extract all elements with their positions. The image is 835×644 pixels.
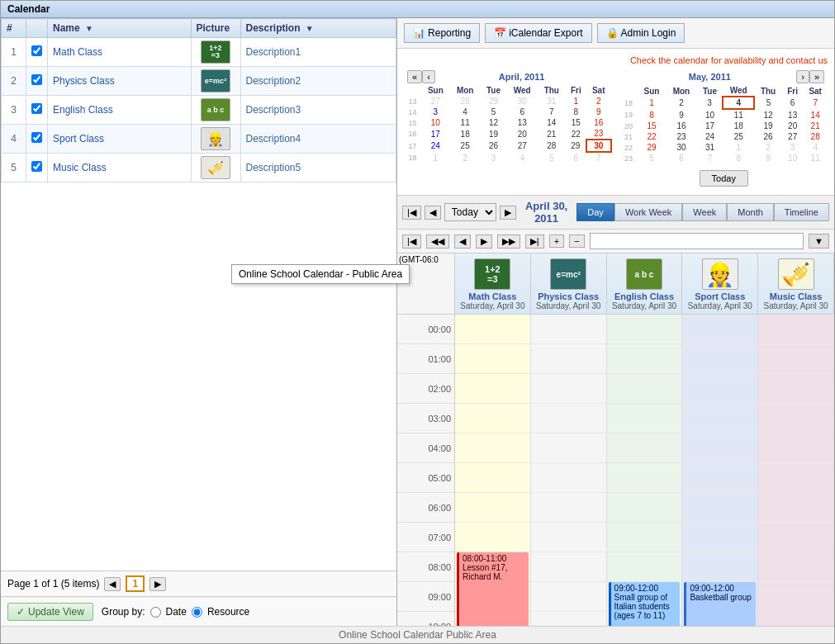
calendar-day[interactable]: 12	[481, 117, 507, 128]
calendar-day[interactable]: 28	[538, 140, 566, 152]
view-tab-work-week[interactable]: Work Week	[614, 203, 682, 221]
data-slot[interactable]	[758, 493, 833, 523]
calendar-day[interactable]: 3	[782, 142, 803, 153]
data-slot[interactable]	[758, 552, 833, 582]
calendar-day[interactable]: 31	[697, 142, 724, 153]
calendar-day[interactable]: 3	[697, 97, 724, 109]
calendar-day[interactable]: 18	[450, 128, 481, 140]
calendar-day[interactable]: 23	[586, 128, 611, 140]
data-slot[interactable]	[531, 315, 606, 344]
calendar-day[interactable]: 7	[697, 153, 724, 163]
data-slot[interactable]	[758, 612, 833, 626]
data-slot[interactable]	[455, 404, 530, 433]
data-slot[interactable]	[607, 463, 682, 493]
data-slot[interactable]	[531, 552, 606, 582]
calendar-day[interactable]: 7	[586, 152, 611, 163]
calendar-day[interactable]: 9	[754, 153, 782, 163]
calendar-day[interactable]: 16	[586, 117, 611, 128]
calendar-day[interactable]: 1	[638, 97, 667, 109]
row-checkbox[interactable]	[31, 161, 42, 172]
view-tab-timeline[interactable]: Timeline	[774, 203, 829, 221]
data-slot[interactable]	[531, 612, 606, 626]
calendar-day[interactable]: 15	[638, 121, 667, 131]
calendar-day[interactable]: 28	[803, 131, 828, 142]
prev-month-button[interactable]: ‹	[422, 70, 435, 83]
data-slot[interactable]	[531, 404, 606, 433]
calendar-day[interactable]: 4	[723, 97, 754, 109]
data-slot[interactable]	[758, 374, 833, 404]
data-slot[interactable]	[682, 374, 757, 404]
row-checkbox[interactable]	[31, 45, 42, 56]
calendar-day[interactable]: 27	[506, 140, 538, 152]
data-slot[interactable]	[682, 404, 757, 433]
data-slot[interactable]	[682, 463, 757, 493]
calendar-day[interactable]: 13	[506, 117, 538, 128]
data-slot[interactable]	[455, 344, 530, 374]
view-tab-week[interactable]: Week	[682, 203, 727, 221]
calendar-day[interactable]: 29	[566, 140, 586, 152]
calendar-day[interactable]: 3	[421, 107, 450, 117]
calendar-day[interactable]: 29	[481, 96, 507, 107]
calendar-day[interactable]: 1	[421, 152, 450, 163]
calendar-day[interactable]: 30	[666, 142, 696, 153]
calendar-day[interactable]: 19	[481, 128, 507, 140]
calendar-day[interactable]: 20	[506, 128, 538, 140]
data-slot[interactable]	[531, 582, 606, 612]
calendar-day[interactable]: 6	[666, 153, 696, 163]
sched-fwd-button[interactable]: ▶	[500, 206, 516, 220]
calendar-day[interactable]: 5	[481, 107, 507, 117]
calendar-day[interactable]: 18	[723, 121, 754, 131]
prev-page-button[interactable]: ◀	[104, 577, 121, 591]
calendar-day[interactable]: 14	[803, 109, 828, 121]
calendar-day[interactable]: 2	[450, 152, 481, 163]
data-slot[interactable]	[607, 493, 682, 523]
calendar-day[interactable]: 11	[723, 109, 754, 121]
name-sort-icon[interactable]: ▼	[85, 24, 93, 33]
icalendar-export-button[interactable]: 📅 iCalendar Export	[485, 23, 591, 43]
data-slot[interactable]	[455, 463, 530, 493]
calendar-day[interactable]: 4	[803, 142, 828, 153]
calendar-day[interactable]: 13	[782, 109, 803, 121]
calendar-day[interactable]: 1	[723, 142, 754, 153]
row-checkbox[interactable]	[31, 103, 42, 114]
calendar-day[interactable]: 2	[586, 96, 611, 107]
data-slot[interactable]	[607, 523, 682, 552]
data-slot[interactable]	[682, 433, 757, 463]
update-view-button[interactable]: ✓ Update View	[7, 603, 93, 621]
data-slot[interactable]	[682, 493, 757, 523]
data-slot[interactable]	[758, 582, 833, 612]
tl-first-button[interactable]: |◀	[402, 234, 421, 249]
calendar-day[interactable]: 26	[754, 131, 782, 142]
calendar-day[interactable]: 28	[450, 96, 481, 107]
calendar-day[interactable]: 11	[803, 153, 828, 163]
calendar-day[interactable]: 17	[697, 121, 724, 131]
data-slot[interactable]	[607, 404, 682, 433]
data-slot[interactable]	[455, 315, 530, 344]
data-slot[interactable]	[758, 404, 833, 433]
data-slot[interactable]	[607, 552, 682, 582]
calendar-day[interactable]: 4	[506, 152, 538, 163]
calendar-day[interactable]: 23	[666, 131, 696, 142]
calendar-day[interactable]: 10	[782, 153, 803, 163]
data-slot[interactable]	[607, 433, 682, 463]
calendar-day[interactable]: 8	[566, 107, 586, 117]
admin-login-button[interactable]: 🔒 Admin Login	[597, 23, 686, 43]
calendar-day[interactable]: 19	[754, 121, 782, 131]
next-page-button[interactable]: ▶	[149, 577, 166, 591]
data-slot[interactable]	[682, 315, 757, 344]
next-next-month-button[interactable]: »	[809, 70, 824, 83]
calendar-day[interactable]: 5	[754, 97, 782, 109]
filter-dropdown-button[interactable]: ▼	[809, 234, 829, 249]
calendar-day[interactable]: 11	[450, 117, 481, 128]
tl-remove-button[interactable]: −	[569, 234, 584, 248]
calendar-day[interactable]: 30	[506, 96, 538, 107]
calendar-day[interactable]: 26	[481, 140, 507, 152]
data-slot[interactable]	[758, 315, 833, 344]
calendar-day[interactable]: 6	[782, 97, 803, 109]
group-by-date-radio[interactable]	[150, 607, 161, 618]
data-slot[interactable]	[531, 344, 606, 374]
class-filter-input[interactable]: Math Class, Physics Class, English Class…	[590, 233, 804, 249]
data-slot[interactable]	[531, 374, 606, 404]
row-checkbox[interactable]	[31, 74, 42, 85]
reporting-button[interactable]: 📊 Reporting	[404, 23, 480, 43]
